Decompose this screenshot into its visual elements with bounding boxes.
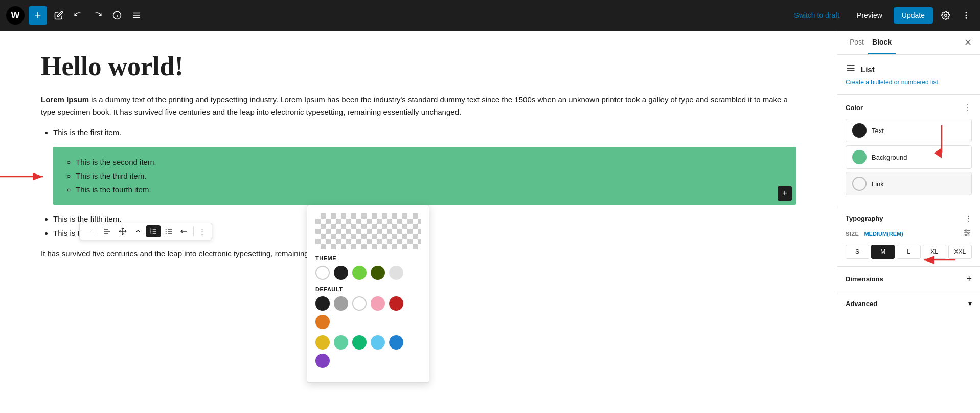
add-block-button[interactable]: + [29,6,47,25]
swatch-light-gray[interactable] [389,266,403,280]
add-block-inside-button[interactable]: + [778,186,792,201]
swatch-d-gray[interactable] [334,296,348,311]
swatch-green[interactable] [352,266,367,280]
svg-point-41 [968,232,969,234]
color-header: Color ⋮ [846,103,972,113]
typography-options-button[interactable]: ⋮ [965,214,972,222]
wp-logo[interactable]: W [6,6,25,25]
update-button[interactable]: Update [894,7,933,24]
list-view-icon[interactable] [129,8,144,23]
color-section: Color ⋮ Text Background Link [837,95,980,207]
advanced-title: Advanced [846,300,877,308]
swatch-d-purple[interactable] [315,354,330,368]
size-value: MEDIUM(REM) [864,231,903,237]
block-toolbar[interactable]: — 1.2.3. [79,223,212,240]
color-link-option[interactable]: Link [846,172,972,195]
typography-section: Typography ⋮ SIZE MEDIUM(REM) [837,207,980,267]
swatch-black[interactable] [334,266,348,280]
link-color-circle [852,177,867,191]
block-info-section: List Create a bulleted or numbered list. [837,55,980,95]
svg-point-8 [966,15,967,16]
size-s-button[interactable]: S [846,245,869,259]
size-buttons: S M L XL XXL [846,245,972,259]
default-label: DEFAULT [315,286,421,292]
editor-area[interactable]: Hello world! Lorem Ipsum is a dummy text… [0,31,837,413]
color-picker-popup[interactable]: THEME DEFAULT [307,205,429,383]
tab-post[interactable]: Post [846,31,868,54]
ordered-list-button[interactable]: 1.2.3. [146,225,161,237]
green-list-block[interactable]: This is the second item. This is the thi… [53,147,796,205]
swatch-white[interactable] [315,266,330,280]
swatch-d-teal[interactable] [334,335,348,350]
up-down-button[interactable] [131,225,145,237]
list-style-button[interactable]: — [83,226,96,237]
redo-icon[interactable] [90,8,105,23]
advanced-chevron-icon: ▾ [968,299,972,308]
block-header: List [846,63,972,76]
align-left-button[interactable] [100,225,115,237]
toolbar-divider-2 [193,226,194,236]
more-block-options[interactable]: ⋮ [196,226,209,237]
preview-button[interactable]: Preview [851,7,888,24]
svg-point-24 [166,229,167,230]
swatch-d-white[interactable] [352,296,367,311]
settings-icon[interactable] [938,8,953,23]
size-m-button[interactable]: M [871,245,895,259]
size-row: SIZE MEDIUM(REM) [846,228,972,240]
svg-text:3.: 3. [150,232,152,234]
swatch-d-black[interactable] [315,296,330,311]
switch-draft-button[interactable]: Switch to draft [788,7,846,24]
color-picker-preview [315,213,421,249]
dimensions-section: Dimensions + [837,267,980,292]
swatch-d-yellow[interactable] [315,335,330,350]
advanced-section[interactable]: Advanced ▾ [837,292,980,315]
green-list-item-3: This is the fourth item. [76,183,784,197]
tab-block[interactable]: Block [868,31,896,54]
info-icon[interactable] [109,8,125,23]
swatch-d-light-blue[interactable] [371,335,385,350]
swatch-d-orange[interactable] [315,315,330,329]
svg-point-7 [966,12,967,13]
plain-list-block: This is the first item. [41,126,796,139]
background-color-circle [852,150,867,164]
list-icon [846,63,856,76]
main-toolbar: W + Switch to draft Preview Update [0,0,980,31]
svg-point-9 [966,18,967,19]
size-slider-icon[interactable] [963,228,972,240]
size-l-button[interactable]: L [897,245,920,259]
toolbar-divider [98,226,98,236]
undo-icon[interactable] [71,8,86,23]
dimensions-title: Dimensions [846,275,883,283]
text-color-circle [852,123,867,138]
outdent-button[interactable] [177,225,191,237]
swatch-d-emerald[interactable] [352,335,367,350]
swatch-d-red[interactable] [389,296,403,311]
color-options-button[interactable]: ⋮ [964,103,972,113]
paragraph-1: Lorem Ipsum is a dummy text of the print… [41,94,796,118]
color-text-option[interactable]: Text [846,119,972,142]
swatch-dark-green[interactable] [371,266,385,280]
list-item-1: This is the first item. [53,126,796,139]
dimensions-add-button[interactable]: + [966,274,972,285]
green-list-item-1: This is the second item. [76,155,784,169]
swatch-d-blue[interactable] [389,335,403,350]
unordered-list-button[interactable] [162,225,176,237]
svg-point-40 [965,230,967,231]
color-title: Color [846,104,863,112]
link-color-label: Link [872,180,884,188]
svg-point-42 [965,234,967,236]
more-options-icon[interactable] [959,8,974,23]
move-button[interactable] [116,225,130,237]
size-xxl-button[interactable]: XXL [948,245,972,259]
color-background-option[interactable]: Background [846,145,972,169]
close-sidebar-button[interactable]: ✕ [964,37,972,48]
pencil-icon[interactable] [51,8,66,23]
green-list: This is the second item. This is the thi… [65,155,784,197]
theme-swatches [315,266,421,280]
block-title: List [861,65,875,74]
red-arrow-left-svg [0,167,48,186]
swatch-d-pink[interactable] [371,296,385,311]
default-swatches [315,296,421,329]
green-list-item-2: This is the third item. [76,169,784,183]
size-xl-button[interactable]: XL [923,245,946,259]
